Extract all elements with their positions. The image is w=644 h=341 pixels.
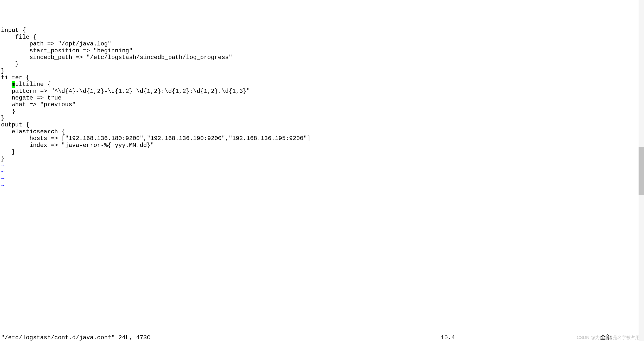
code-line: pattern => "^\d{4}-\d{1,2}-\d{1,2} \d{1,… (1, 88, 644, 95)
text-cursor: m (12, 81, 15, 88)
code-line: start_position => "beginning" (1, 47, 644, 54)
code-line: } (1, 115, 644, 121)
empty-line-tilde: ~ (1, 176, 644, 182)
code-line: what => "previous" (1, 101, 644, 108)
code-line: } (1, 68, 644, 74)
code-line: index => "java-error-%{+yyy.MM.dd}" (1, 142, 644, 149)
code-line: } (1, 61, 644, 67)
file-info: "/etc/logstash/conf.d/java.conf" 24L, 47… (1, 334, 150, 341)
code-line: elasticsearch { (1, 128, 644, 135)
cursor-position: 10,4 (441, 334, 455, 341)
watermark-text: CSDN @为什么老是名字被占用 (577, 335, 640, 340)
empty-line-tilde: ~ (1, 162, 644, 169)
code-line: } (1, 108, 644, 115)
vertical-scrollbar[interactable] (638, 0, 644, 341)
code-line: output { (1, 121, 644, 128)
code-line-cursor: multiline { (1, 81, 51, 88)
code-line: hosts => ["192.168.136.180:9200","192.16… (1, 135, 644, 142)
empty-line-tilde: ~ (1, 182, 644, 189)
code-line: negate => true (1, 95, 644, 101)
code-line: } (1, 149, 644, 155)
code-line: sincedb_path => "/etc/logstash/sincedb_p… (1, 54, 644, 61)
code-line: path => "/opt/java.log" (1, 40, 644, 47)
code-line: } (1, 155, 644, 162)
scrollbar-thumb[interactable] (638, 147, 644, 195)
editor-content[interactable]: input { file { path => "/opt/java.log" s… (0, 27, 644, 189)
code-line: filter { (1, 74, 644, 81)
code-line: file { (1, 34, 644, 40)
vim-status-bar: "/etc/logstash/conf.d/java.conf" 24L, 47… (1, 334, 644, 341)
empty-line-tilde: ~ (1, 169, 644, 176)
code-line: input { (1, 27, 644, 33)
